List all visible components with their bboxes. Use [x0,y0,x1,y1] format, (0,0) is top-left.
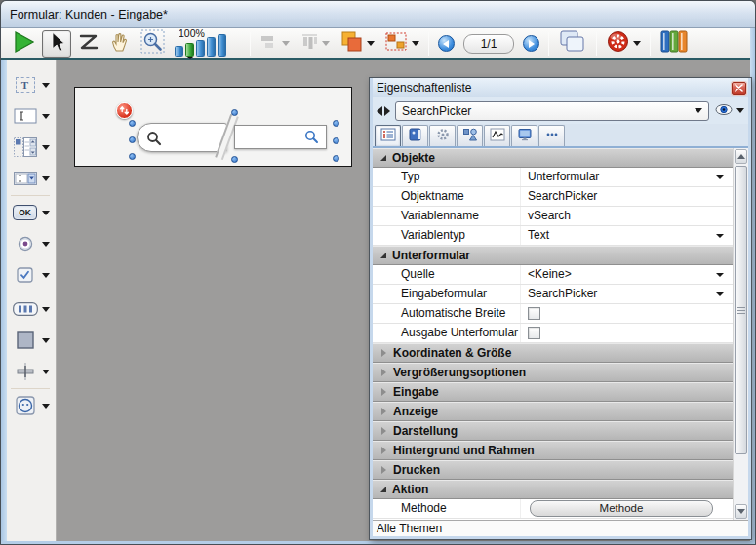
plugin-tool-button[interactable] [1,390,56,421]
zoom-level-control[interactable]: 100% [173,28,243,58]
checkbox-unchecked[interactable] [528,327,540,339]
selection-handle[interactable] [333,155,339,162]
value-text: SearchPicker [528,287,597,300]
tab-objects[interactable] [457,125,483,146]
section-header-koordinaten-gr-e[interactable]: Koordinaten & Größe [373,343,733,363]
text-tool-button[interactable]: T [1,69,56,100]
scrollbar[interactable] [733,148,748,520]
checkbox-tool-button[interactable] [1,259,56,291]
dropdown-arrow-icon[interactable] [716,273,724,277]
methode-button[interactable]: Methode [530,500,713,517]
section-header-hintergrund-und-rahmen[interactable]: Hintergrund und Rahmen [373,441,733,460]
prev-page-button[interactable] [434,30,458,58]
dropdown-arrow-icon[interactable] [716,175,724,179]
button-tool-button[interactable]: OK [1,197,56,228]
combobox-tool-button[interactable] [1,163,56,194]
tab-book[interactable] [402,125,428,146]
search-icon [146,131,162,150]
library-button[interactable] [656,30,694,58]
dropdown-arrow-icon[interactable] [716,292,724,296]
page-indicator[interactable]: 1/1 [463,34,514,54]
next-object-icon [384,106,390,116]
tab-property-list[interactable] [375,125,401,146]
run-button[interactable] [6,30,40,58]
window-title: Formular: Kunden - Eingabe* [10,8,168,21]
selection-handle[interactable] [129,153,136,160]
palette-separator [11,388,50,389]
dropdown-arrow-icon [42,211,50,215]
property-value[interactable] [521,324,733,342]
buttonbar-icon [12,302,38,316]
play-icon [10,29,36,58]
shapes-icon [462,128,478,145]
searchpicker-field[interactable] [234,125,327,149]
form-design-area[interactable] [74,87,352,167]
group-button[interactable] [380,30,423,58]
object-selector-combo[interactable]: SearchPicker [395,101,709,121]
actions-button[interactable] [602,30,645,58]
section-header-vergr-erungsoptionen[interactable]: Vergrößerungsoptionen [373,363,733,382]
section-header-eingabe[interactable]: Eingabe [373,382,733,402]
pan-button[interactable] [105,30,135,58]
scroll-up-button[interactable] [735,149,747,164]
buttonbar-tool-button[interactable] [1,293,56,325]
scrollbar-thumb[interactable] [735,166,747,454]
select-button[interactable] [42,30,71,58]
view-options-button[interactable] [715,102,744,120]
section-header-drucken[interactable]: Drucken [373,460,733,480]
align-button[interactable] [256,30,294,58]
radio-tool-button[interactable] [1,228,56,259]
property-value[interactable]: vSearch [521,207,733,225]
level-button[interactable] [336,30,378,58]
selection-handle[interactable] [231,109,238,116]
books-icon [659,29,690,58]
selection-handle[interactable] [231,156,238,163]
property-value[interactable]: <Keine> [521,265,733,284]
section-header-objekte[interactable]: Objekte [373,148,733,168]
dropdown-arrow-icon [42,242,50,247]
events-chart-icon [490,128,505,145]
selection-handle[interactable] [129,120,136,127]
property-value[interactable]: SearchPicker [521,285,733,303]
subform-badge-icon [116,102,133,119]
dropdown-arrow-icon [42,370,50,374]
section-header-unterformular[interactable]: Unterformular [373,246,733,265]
tab-settings[interactable] [429,125,456,146]
checkbox-unchecked[interactable] [528,307,540,320]
selection-handle[interactable] [129,136,136,143]
close-button[interactable] [732,82,746,95]
splitter-tool-button[interactable] [1,356,56,387]
object-nav-arrows[interactable] [377,106,390,116]
zoom-button[interactable] [137,30,169,58]
input-tool-button[interactable] [1,100,56,132]
property-value[interactable]: Unterformular [521,168,733,186]
section-label: Hintergrund und Rahmen [393,444,535,457]
property-value[interactable] [521,304,733,323]
section-label: Anzeige [393,405,438,418]
properties-panel-title: Eigenschaftenliste [377,81,732,95]
scroll-down-button[interactable] [735,504,747,519]
section-header-aktion[interactable]: Aktion [373,480,733,499]
selection-handle[interactable] [333,120,339,127]
selection-handle[interactable] [333,137,339,144]
next-page-button[interactable] [519,30,543,58]
property-label: Eingabeformular [373,285,521,303]
tab-events[interactable] [484,125,510,146]
searchpicker-widget[interactable] [137,123,227,152]
property-value[interactable]: Text [521,226,733,245]
dropdown-arrow-icon[interactable] [716,234,724,238]
property-value[interactable]: Methode [521,499,733,518]
tab-more[interactable] [538,125,565,146]
zoom-bars-icon[interactable] [175,34,226,57]
listbox-tool-button[interactable] [1,132,56,163]
property-value[interactable]: SearchPicker [521,187,733,206]
section-header-darstellung[interactable]: Darstellung [373,421,733,441]
tab-display[interactable] [511,125,537,146]
rectangle-tool-button[interactable] [1,325,56,356]
distribute-button[interactable] [296,30,334,58]
entry-order-button[interactable] [73,30,103,58]
form-pages-button[interactable] [554,30,591,58]
section-header-anzeige[interactable]: Anzeige [373,402,733,421]
section-label: Drucken [393,463,440,477]
text-icon: T [12,77,38,93]
